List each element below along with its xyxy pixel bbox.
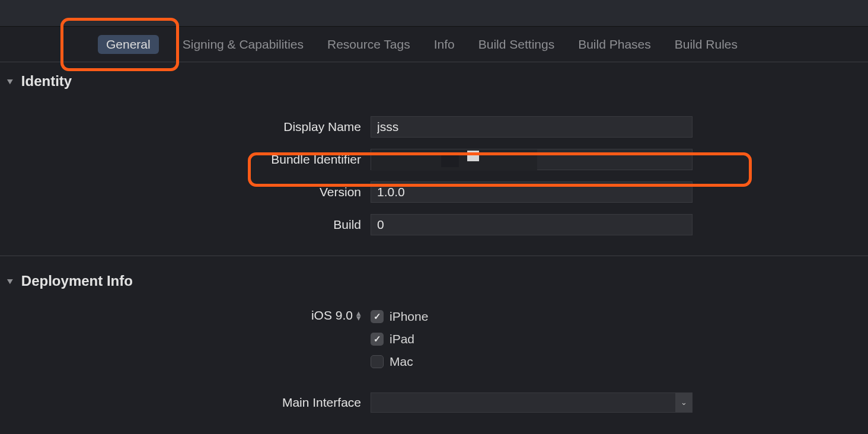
checkbox-iphone[interactable]	[371, 310, 384, 323]
section-identity-header[interactable]: ▼ Identity	[0, 62, 868, 95]
version-label: Version	[0, 185, 371, 199]
chevron-down-icon[interactable]: ⌄	[675, 393, 692, 412]
section-deployment-title: Deployment Info	[21, 273, 133, 289]
bundle-identifier-input[interactable]	[371, 149, 693, 170]
tab-info[interactable]: Info	[434, 27, 455, 62]
tab-build-rules[interactable]: Build Rules	[675, 27, 738, 62]
deployment-target-value: iOS 9.0	[311, 308, 353, 323]
window-toolbar-area	[0, 0, 868, 27]
bundle-identifier-label: Bundle Identifier	[0, 152, 371, 167]
main-interface-dropdown[interactable]: ⌄	[371, 392, 693, 413]
display-name-label: Display Name	[0, 120, 371, 134]
section-identity-title: Identity	[21, 73, 72, 90]
section-deployment-header[interactable]: ▼ Deployment Info	[0, 262, 868, 295]
build-label: Build	[0, 218, 371, 232]
device-iphone-label: iPhone	[390, 309, 428, 324]
tab-build-settings[interactable]: Build Settings	[478, 27, 554, 62]
device-ipad-label: iPad	[390, 332, 414, 346]
main-interface-label: Main Interface	[0, 395, 371, 410]
checkbox-mac[interactable]	[371, 355, 384, 368]
tab-general[interactable]: General	[98, 35, 159, 54]
display-name-input[interactable]	[371, 116, 693, 138]
checkbox-ipad[interactable]	[371, 333, 384, 346]
target-settings-tabbar: General Signing & Capabilities Resource …	[0, 27, 868, 62]
tab-build-phases[interactable]: Build Phases	[578, 27, 651, 62]
device-mac-label: Mac	[390, 355, 413, 369]
section-divider	[0, 256, 868, 256]
tab-resource-tags[interactable]: Resource Tags	[327, 27, 410, 62]
disclosure-triangle-icon[interactable]: ▼	[5, 276, 15, 286]
version-input[interactable]	[371, 181, 693, 203]
tab-signing-capabilities[interactable]: Signing & Capabilities	[183, 27, 304, 62]
deployment-target-stepper[interactable]: iOS 9.0 ▴▾	[311, 308, 361, 323]
stepper-arrows-icon[interactable]: ▴▾	[356, 311, 361, 320]
disclosure-triangle-icon[interactable]: ▼	[5, 76, 15, 86]
build-input[interactable]	[371, 214, 693, 235]
